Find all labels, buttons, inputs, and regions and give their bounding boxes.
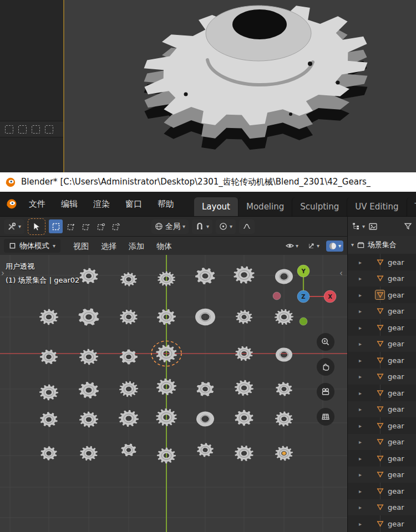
select-box-icon[interactable] [45,125,53,134]
snapping-dropdown[interactable]: ▾ [192,219,212,234]
outliner-row[interactable]: ▸gear [348,483,416,499]
menu-window[interactable]: 窗口 [118,192,150,216]
outliner-row[interactable]: ▸gear [348,254,416,270]
object-name[interactable]: gear [388,323,404,331]
object-name[interactable]: gear [388,258,404,266]
collapse-icon[interactable]: ▾ [351,242,354,248]
object-name[interactable]: gear [388,307,404,315]
viewport-menu-view[interactable]: 视图 [67,237,95,255]
object-name[interactable]: gear [388,470,404,479]
expand-icon[interactable]: ▸ [359,275,362,282]
object-name[interactable]: gear [388,503,404,511]
selectability-visibility-dropdown[interactable]: ▾ [283,241,301,251]
gizmo-arrows-icon [307,242,316,250]
secondary-3d-viewport[interactable] [64,0,416,172]
viewport-menu-select[interactable]: 选择 [95,237,123,255]
viewport-menu-add[interactable]: 添加 [123,237,150,255]
expand-icon[interactable]: ▸ [359,374,362,380]
viewport-shading-dropdown[interactable]: ▾ [326,241,343,252]
select-mode-intersect[interactable] [109,219,123,233]
move-view-button[interactable] [317,358,334,376]
menu-edit[interactable]: 编辑 [53,192,85,216]
tab-modeling[interactable]: Modeling [238,197,292,216]
menu-render[interactable]: 渲染 [85,192,118,216]
viewport-canvas[interactable]: 用户透视 (1) 场景集合 | gear02 › ‹ YXZ C huitugo… [0,255,347,532]
object-name[interactable]: gear [388,438,404,446]
outliner-filter-button[interactable] [404,222,412,231]
select-mode-subtract[interactable] [79,219,93,233]
object-name[interactable]: gear [388,405,404,413]
expand-icon[interactable]: ▸ [359,422,362,428]
outliner-row[interactable]: ▸gear [348,352,416,369]
select-mode-extend[interactable] [64,219,78,233]
object-name[interactable]: gear [388,340,404,348]
expand-icon[interactable]: ▸ [359,308,362,314]
expand-icon[interactable]: ▸ [359,504,362,510]
object-name[interactable]: gear [388,372,404,381]
outliner-row[interactable]: ▸gear [348,467,416,483]
menu-help[interactable]: 帮助 [150,192,182,216]
outliner-row[interactable]: ▸gear [348,434,416,451]
camera-view-button[interactable] [317,383,334,401]
expand-icon[interactable]: ▸ [359,259,362,265]
select-box-icon[interactable] [18,125,27,134]
gizmos-dropdown[interactable]: ▾ [305,241,322,251]
outliner-row[interactable]: ▸gear [348,270,416,287]
outliner-row[interactable]: ▸gear [348,417,416,434]
toolbar-region-toggle[interactable]: › [1,268,4,278]
expand-icon[interactable]: ▸ [359,488,362,494]
expand-icon[interactable]: ▸ [359,324,362,330]
outliner-row[interactable]: ▸gear [348,319,416,336]
object-name[interactable]: gear [388,454,404,462]
outliner-row[interactable]: ▸gear [348,369,416,385]
outliner-row[interactable]: ▸gear [348,401,416,418]
expand-icon[interactable]: ▸ [359,341,362,347]
outliner-row[interactable]: ▸gear [348,336,416,352]
viewport-menu-object[interactable]: 物体 [150,237,178,255]
expand-icon[interactable]: ▸ [359,455,362,461]
outliner-row[interactable]: ▸gear [348,499,416,516]
transform-orientation-dropdown[interactable]: 全局 ▾ [151,219,189,234]
object-name[interactable]: gear [388,487,404,495]
outliner-display-mode-button[interactable] [368,222,378,231]
expand-icon[interactable]: ▸ [359,406,362,412]
zoom-button[interactable] [317,333,334,351]
outliner-row[interactable]: ▸gear [348,303,416,320]
object-name[interactable]: gear [388,388,404,397]
navigation-gizmo[interactable]: YXZ [266,259,344,329]
window-title-bar: Blender* [C:\Users\Administrator\Desktop… [0,172,416,192]
tab-uv-editing[interactable]: UV Editing [347,197,406,216]
expand-icon[interactable]: ▸ [359,472,362,478]
object-name[interactable]: gear [388,356,404,364]
menu-file[interactable]: 文件 [21,192,53,216]
outliner-row[interactable]: ▸gear [348,385,416,401]
interaction-mode-dropdown[interactable]: 物体模式 ▾ [4,239,60,253]
tab-texture-paint[interactable]: Tex [407,197,416,216]
outliner-row[interactable]: ▸gear [348,287,416,303]
select-box-icon[interactable] [32,125,40,134]
blender-app-menu-icon[interactable] [6,198,18,210]
outliner-row[interactable]: ▸gear [348,515,416,532]
select-box-icon[interactable] [5,125,13,134]
outliner-editor-type-button[interactable]: ▾ [352,222,365,231]
scene-collection-row[interactable]: ▾ 场景集合 [348,236,416,254]
object-name[interactable]: gear [388,274,404,283]
outliner-row[interactable]: ▸gear [348,450,416,467]
select-mode-invert[interactable] [94,219,108,233]
object-name[interactable]: gear [388,421,404,429]
object-name[interactable]: gear [388,519,404,528]
tab-sculpting[interactable]: Sculpting [292,197,347,216]
falloff-curve-button[interactable] [239,219,255,234]
expand-icon[interactable]: ▸ [359,291,362,298]
active-tool-indicator[interactable] [28,218,45,235]
proportional-editing-dropdown[interactable]: ▾ [216,219,236,234]
tab-layout[interactable]: Layout [194,197,238,216]
expand-icon[interactable]: ▸ [359,357,362,363]
editor-type-button[interactable]: ▾ [4,219,24,234]
object-name[interactable]: gear [388,290,404,299]
expand-icon[interactable]: ▸ [359,520,362,526]
expand-icon[interactable]: ▸ [359,439,362,445]
select-mode-set[interactable] [49,219,63,233]
expand-icon[interactable]: ▸ [359,390,362,396]
toggle-orthographic-button[interactable] [317,408,334,426]
